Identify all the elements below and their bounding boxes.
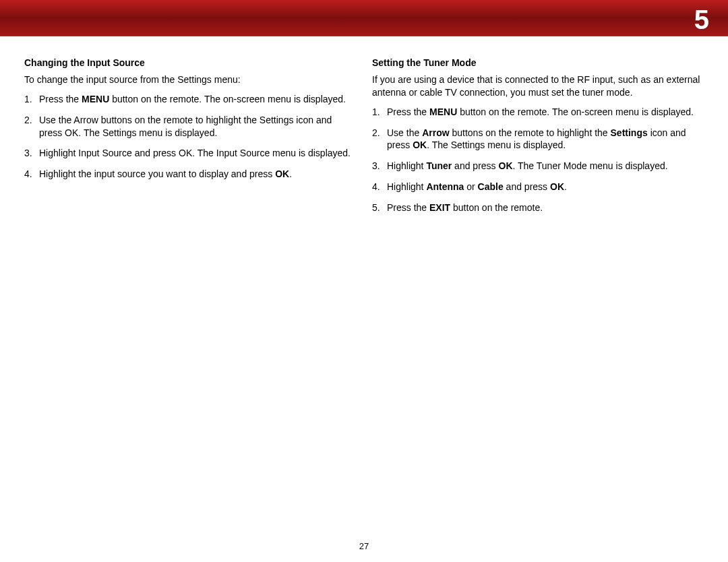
right-heading: Setting the Tuner Mode <box>372 57 704 69</box>
content-area: Changing the Input Source To change the … <box>0 36 728 222</box>
list-item: Use the Arrow buttons on the remote to h… <box>372 127 704 152</box>
header-band: 5 <box>0 0 728 36</box>
left-column: Changing the Input Source To change the … <box>24 57 356 222</box>
list-item: Press the MENU button on the remote. The… <box>372 106 704 119</box>
right-column: Setting the Tuner Mode If you are using … <box>372 57 704 222</box>
left-intro: To change the input source from the Sett… <box>24 73 356 86</box>
left-steps: Press the MENU button on the remote. The… <box>24 93 356 181</box>
page-number: 27 <box>0 540 728 553</box>
list-item: Highlight Tuner and press OK. The Tuner … <box>372 160 704 173</box>
chapter-number: 5 <box>694 1 709 38</box>
right-intro: If you are using a device that is connec… <box>372 73 704 99</box>
right-steps: Press the MENU button on the remote. The… <box>372 106 704 214</box>
list-item: Press the EXIT button on the remote. <box>372 201 704 214</box>
list-item: Highlight Antenna or Cable and press OK. <box>372 181 704 193</box>
list-item: Use the Arrow buttons on the remote to h… <box>24 114 356 139</box>
list-item: Press the MENU button on the remote. The… <box>24 93 356 106</box>
list-item: Highlight the input source you want to d… <box>24 168 356 181</box>
left-heading: Changing the Input Source <box>24 57 356 69</box>
list-item: Highlight Input Source and press OK. The… <box>24 147 356 160</box>
